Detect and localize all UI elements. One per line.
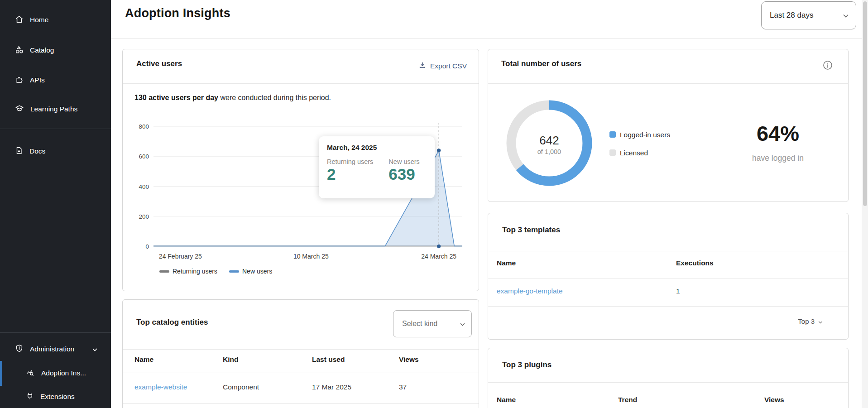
top-catalog-entities-card: Top catalog entities Select kind Name Ki… <box>122 299 479 408</box>
export-csv-button[interactable]: Export CSV <box>419 61 467 71</box>
info-icon[interactable] <box>823 60 833 72</box>
column-header-name: Name <box>497 396 516 404</box>
column-header-name: Name <box>497 259 516 267</box>
card-header-divider <box>488 83 848 84</box>
chart-tooltip: March, 24 2025 Returning users 2 New use… <box>319 136 435 198</box>
sidebar-item-label: APIs <box>30 76 45 84</box>
sidebar: Home Catalog APIs Learning Paths Docs Ad… <box>0 0 111 408</box>
shield-icon <box>15 344 24 355</box>
column-header-name: Name <box>134 355 153 364</box>
cell-kind: Component <box>223 383 259 391</box>
column-header-views: Views <box>399 355 419 364</box>
card-header-divider <box>488 251 848 251</box>
sidebar-item-home[interactable]: Home <box>0 10 111 29</box>
card-header-divider <box>488 382 848 383</box>
top-n-select[interactable]: Top 3 <box>798 317 823 325</box>
scrollbar-thumb[interactable] <box>863 1 867 206</box>
sidebar-item-extensions[interactable]: Extensions <box>0 387 111 406</box>
licensed-swatch <box>609 149 616 156</box>
download-icon <box>419 61 426 71</box>
tooltip-new-label: New users <box>388 158 420 165</box>
template-link[interactable]: example-go-template <box>497 287 563 295</box>
column-header-trend: Trend <box>618 396 637 404</box>
dropdown-arrow-icon <box>460 320 465 328</box>
sidebar-item-label: Learning Paths <box>30 105 77 113</box>
svg-text:0: 0 <box>145 243 149 250</box>
sidebar-item-catalog[interactable]: Catalog <box>0 41 111 60</box>
sidebar-item-docs[interactable]: Docs <box>0 142 111 161</box>
summary-rest: were conducted during this period. <box>218 94 331 101</box>
chevron-down-icon <box>92 345 97 353</box>
column-header-executions: Executions <box>676 259 714 267</box>
card-title: Total number of users <box>501 59 581 68</box>
docs-icon <box>15 146 23 157</box>
sidebar-item-learning-paths[interactable]: Learning Paths <box>0 100 111 119</box>
column-header-views: Views <box>764 396 784 404</box>
card-header-divider <box>123 349 479 350</box>
legend-label-licensed: Licensed <box>620 149 648 157</box>
sidebar-item-label: Docs <box>29 147 45 155</box>
table-row: example-website <box>134 383 187 391</box>
catalog-icon <box>15 45 24 56</box>
tooltip-date: March, 24 2025 <box>327 144 427 152</box>
cell-last-used: 17 Mar 2025 <box>312 383 351 391</box>
table-row: example-go-template <box>497 287 563 295</box>
sidebar-item-label: Adoption Ins... <box>41 369 86 377</box>
sidebar-item-administration[interactable]: Administration <box>0 340 111 359</box>
apis-icon <box>15 75 24 86</box>
tooltip-returning-label: Returning users <box>327 158 373 165</box>
active-users-summary: 130 active users per day were conducted … <box>134 94 331 102</box>
summary-highlight: 130 active users per day <box>134 94 218 101</box>
svg-text:800: 800 <box>139 123 149 130</box>
date-range-select[interactable]: Last 28 days <box>761 1 856 29</box>
column-header-kind: Kind <box>223 355 238 364</box>
svg-text:400: 400 <box>139 183 149 190</box>
legend-item-returning-users: Returning users <box>159 268 217 275</box>
sidebar-item-label: Catalog <box>30 46 54 54</box>
new-users-swatch <box>229 270 239 273</box>
dropdown-arrow-icon <box>818 317 823 325</box>
column-header-last-used: Last used <box>312 355 345 364</box>
table-divider <box>123 403 479 404</box>
logged-in-percent-caption: have logged in <box>733 154 823 163</box>
table-divider <box>488 306 848 307</box>
top-plugins-card: Top 3 plugins Name Trend Views <box>488 348 849 408</box>
donut-center-value: 642 <box>522 134 576 148</box>
total-users-card: Total number of users 642 of 1,000 Logge… <box>488 49 849 202</box>
adoption-insights-icon <box>26 368 35 379</box>
returning-users-swatch <box>159 270 169 273</box>
tooltip-returning-value: 2 <box>327 165 373 183</box>
top-templates-card: Top 3 templates Name Executions example-… <box>488 213 849 340</box>
cell-executions: 1 <box>676 287 680 295</box>
sidebar-item-label: Extensions <box>40 393 75 401</box>
legend-label: Returning users <box>173 268 217 275</box>
legend-label-logged-in: Logged-in users <box>620 131 670 139</box>
tooltip-new-value: 639 <box>388 165 420 183</box>
logged-in-percent: 64% <box>733 121 823 146</box>
sidebar-divider <box>0 332 111 333</box>
sidebar-item-apis[interactable]: APIs <box>0 71 111 90</box>
table-divider <box>123 373 479 373</box>
plug-icon <box>26 392 34 402</box>
sidebar-item-adoption-insights[interactable]: Adoption Ins... <box>0 364 111 383</box>
card-title: Top catalog entities <box>136 318 208 327</box>
card-title: Top 3 plugins <box>502 360 551 370</box>
dropdown-arrow-icon <box>843 11 849 20</box>
svg-text:24 March 25: 24 March 25 <box>421 253 456 260</box>
active-users-card: Active users Export CSV 130 active users… <box>122 49 479 291</box>
table-divider <box>488 278 848 278</box>
card-header-divider <box>123 83 479 84</box>
legend-label: New users <box>242 268 272 275</box>
page-title: Adoption Insights <box>125 6 230 20</box>
kind-select[interactable]: Select kind <box>393 310 472 337</box>
date-range-value: Last 28 days <box>770 11 813 20</box>
card-title: Top 3 templates <box>502 226 560 235</box>
entity-link[interactable]: example-website <box>134 383 187 391</box>
sidebar-item-label: Administration <box>30 345 74 353</box>
export-csv-label: Export CSV <box>430 62 467 70</box>
active-item-indicator <box>0 361 2 386</box>
sidebar-item-label: Home <box>30 16 48 24</box>
card-title: Active users <box>136 59 182 68</box>
svg-text:10 March 25: 10 March 25 <box>293 253 329 260</box>
kind-select-placeholder: Select kind <box>402 320 437 328</box>
